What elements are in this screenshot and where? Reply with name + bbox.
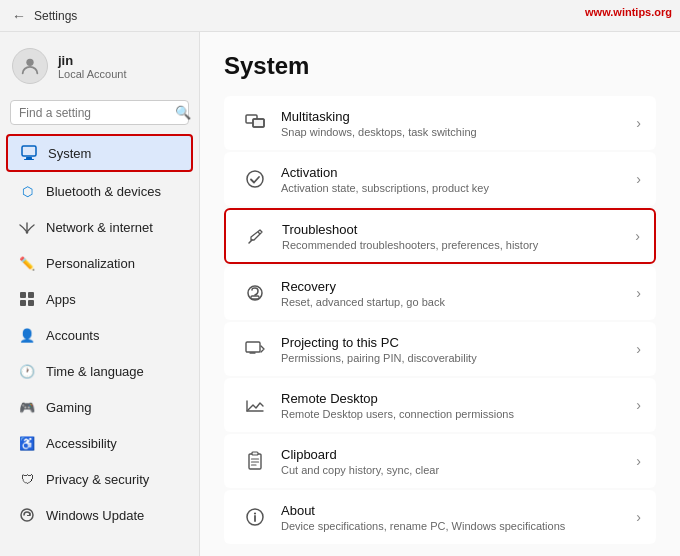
multitasking-title: Multitasking <box>281 109 628 124</box>
user-profile: jin Local Account <box>0 40 199 96</box>
sidebar-item-bluetooth[interactable]: ⬡ Bluetooth & devices <box>6 174 193 208</box>
sidebar-item-label-system: System <box>48 146 91 161</box>
sidebar-item-network[interactable]: Network & internet <box>6 210 193 244</box>
recovery-desc: Reset, advanced startup, go back <box>281 296 628 308</box>
about-icon <box>239 501 271 533</box>
personalization-icon: ✏️ <box>18 254 36 272</box>
recovery-chevron: › <box>636 285 641 301</box>
activation-desc: Activation state, subscriptions, product… <box>281 182 628 194</box>
remote-desktop-chevron: › <box>636 397 641 413</box>
troubleshoot-title: Troubleshoot <box>282 222 627 237</box>
projecting-title: Projecting to this PC <box>281 335 628 350</box>
clipboard-desc: Cut and copy history, sync, clear <box>281 464 628 476</box>
search-input[interactable] <box>19 106 169 120</box>
watermark: www.wintips.org <box>585 6 672 18</box>
gaming-icon: 🎮 <box>18 398 36 416</box>
sidebar-item-label-privacy: Privacy & security <box>46 472 149 487</box>
search-icon: 🔍 <box>175 105 191 120</box>
remote-desktop-desc: Remote Desktop users, connection permiss… <box>281 408 628 420</box>
troubleshoot-desc: Recommended troubleshooters, preferences… <box>282 239 627 251</box>
main-content: System Multitasking Snap windows, deskto… <box>200 32 680 556</box>
sidebar-item-system[interactable]: System <box>6 134 193 172</box>
troubleshoot-chevron: › <box>635 228 640 244</box>
sidebar-item-label-accounts: Accounts <box>46 328 99 343</box>
remote-desktop-icon <box>239 389 271 421</box>
multitasking-chevron: › <box>636 115 641 131</box>
title-bar-text: Settings <box>34 9 77 23</box>
title-bar: ← Settings <box>0 0 680 32</box>
sidebar: jin Local Account 🔍 System <box>0 32 200 556</box>
sidebar-item-label-network: Network & internet <box>46 220 153 235</box>
multitasking-desc: Snap windows, desktops, task switching <box>281 126 628 138</box>
svg-rect-3 <box>24 159 34 160</box>
sidebar-item-label-time: Time & language <box>46 364 144 379</box>
sidebar-item-label-apps: Apps <box>46 292 76 307</box>
remote-desktop-text: Remote Desktop Remote Desktop users, con… <box>271 391 628 420</box>
accounts-icon: 👤 <box>18 326 36 344</box>
sidebar-item-label-accessibility: Accessibility <box>46 436 117 451</box>
clipboard-text: Clipboard Cut and copy history, sync, cl… <box>271 447 628 476</box>
about-text: About Device specifications, rename PC, … <box>271 503 628 532</box>
search-box[interactable]: 🔍 <box>10 100 189 125</box>
multitasking-text: Multitasking Snap windows, desktops, tas… <box>271 109 628 138</box>
sidebar-item-personalization[interactable]: ✏️ Personalization <box>6 246 193 280</box>
clipboard-title: Clipboard <box>281 447 628 462</box>
projecting-desc: Permissions, pairing PIN, discoverabilit… <box>281 352 628 364</box>
troubleshoot-text: Troubleshoot Recommended troubleshooters… <box>272 222 627 251</box>
sidebar-item-label-windows-update: Windows Update <box>46 508 144 523</box>
sidebar-item-label-bluetooth: Bluetooth & devices <box>46 184 161 199</box>
avatar <box>12 48 48 84</box>
settings-item-activation[interactable]: Activation Activation state, subscriptio… <box>224 152 656 206</box>
page-title: System <box>224 52 656 80</box>
svg-rect-6 <box>28 292 34 298</box>
svg-point-27 <box>254 512 256 514</box>
activation-chevron: › <box>636 171 641 187</box>
settings-item-projecting[interactable]: Projecting to this PC Permissions, pairi… <box>224 322 656 376</box>
about-title: About <box>281 503 628 518</box>
windows-update-icon <box>18 506 36 524</box>
sidebar-item-privacy[interactable]: 🛡 Privacy & security <box>6 462 193 496</box>
recovery-text: Recovery Reset, advanced startup, go bac… <box>271 279 628 308</box>
settings-item-multitasking[interactable]: Multitasking Snap windows, desktops, tas… <box>224 96 656 150</box>
privacy-icon: 🛡 <box>18 470 36 488</box>
settings-item-remote-desktop[interactable]: Remote Desktop Remote Desktop users, con… <box>224 378 656 432</box>
apps-icon <box>18 290 36 308</box>
user-info: jin Local Account <box>58 53 127 80</box>
sidebar-item-time[interactable]: 🕐 Time & language <box>6 354 193 388</box>
clipboard-chevron: › <box>636 453 641 469</box>
sidebar-item-label-gaming: Gaming <box>46 400 92 415</box>
system-icon <box>20 144 38 162</box>
settings-item-about[interactable]: About Device specifications, rename PC, … <box>224 490 656 544</box>
sidebar-item-windows-update[interactable]: Windows Update <box>6 498 193 532</box>
projecting-text: Projecting to this PC Permissions, pairi… <box>271 335 628 364</box>
sidebar-item-accounts[interactable]: 👤 Accounts <box>6 318 193 352</box>
accessibility-icon: ♿ <box>18 434 36 452</box>
activation-text: Activation Activation state, subscriptio… <box>271 165 628 194</box>
svg-rect-7 <box>20 300 26 306</box>
user-name: jin <box>58 53 127 68</box>
activation-icon <box>239 163 271 195</box>
svg-rect-15 <box>251 296 259 299</box>
sidebar-item-accessibility[interactable]: ♿ Accessibility <box>6 426 193 460</box>
user-subtitle: Local Account <box>58 68 127 80</box>
svg-rect-5 <box>20 292 26 298</box>
time-icon: 🕐 <box>18 362 36 380</box>
bluetooth-icon: ⬡ <box>18 182 36 200</box>
projecting-chevron: › <box>636 341 641 357</box>
activation-title: Activation <box>281 165 628 180</box>
svg-point-0 <box>26 59 33 66</box>
settings-item-clipboard[interactable]: Clipboard Cut and copy history, sync, cl… <box>224 434 656 488</box>
remote-desktop-title: Remote Desktop <box>281 391 628 406</box>
sidebar-item-apps[interactable]: Apps <box>6 282 193 316</box>
sidebar-nav: System ⬡ Bluetooth & devices Network & i… <box>0 133 199 556</box>
clipboard-icon <box>239 445 271 477</box>
svg-point-9 <box>21 509 33 521</box>
settings-item-recovery[interactable]: Recovery Reset, advanced startup, go bac… <box>224 266 656 320</box>
svg-rect-16 <box>246 342 260 352</box>
settings-item-troubleshoot[interactable]: Troubleshoot Recommended troubleshooters… <box>224 208 656 264</box>
back-button[interactable]: ← <box>12 8 26 24</box>
projecting-icon <box>239 333 271 365</box>
sidebar-item-label-personalization: Personalization <box>46 256 135 271</box>
sidebar-item-gaming[interactable]: 🎮 Gaming <box>6 390 193 424</box>
settings-list: Multitasking Snap windows, desktops, tas… <box>224 96 656 544</box>
